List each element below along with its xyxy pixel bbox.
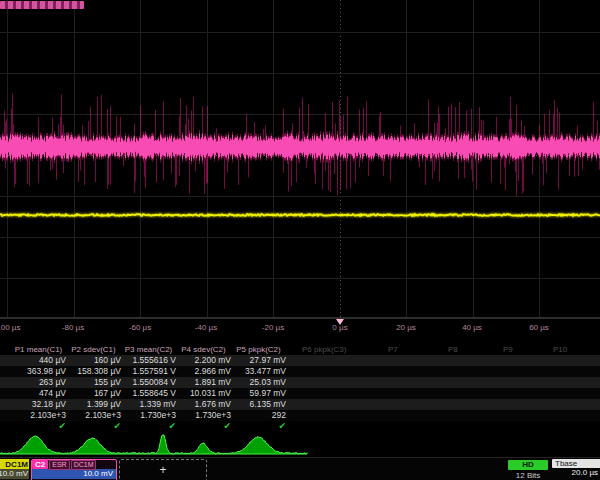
table-cell: 1.399 µV	[66, 399, 121, 410]
table-cell: 10.031 mV	[176, 388, 231, 399]
table-row-num: 2.103e+3 2.103e+3 1.730e+3 1.730e+3 292	[0, 410, 600, 421]
status-check-icon: ✔	[11, 421, 66, 432]
table-cell: 1.339 mV	[121, 399, 176, 410]
table-cell: 2.103e+3	[11, 410, 66, 421]
table-row-min: 263 µV 155 µV 1.550084 V 1.891 mV 25.03 …	[0, 377, 600, 388]
table-cell: 363.98 µV	[11, 366, 66, 377]
c2-scale-value: 10.0 mV	[32, 469, 116, 479]
axis-tick: -20 µs	[262, 323, 284, 332]
param-header-p2[interactable]: P2 sdev(C1)	[66, 344, 121, 355]
table-row-max: 474 µV 167 µV 1.558645 V 10.031 mV 59.97…	[0, 388, 600, 399]
table-cell: 1.891 mV	[176, 377, 231, 388]
param-header-p10[interactable]: P10	[553, 344, 567, 355]
c1-coupling-label: DC1M	[0, 460, 29, 469]
param-header-p9[interactable]: P9	[503, 344, 513, 355]
table-cell: 263 µV	[11, 377, 66, 388]
param-header-p8[interactable]: P8	[448, 344, 458, 355]
waveform-display[interactable]	[0, 0, 600, 318]
tbase-scale-value: 20.0 µs	[552, 468, 600, 478]
table-cell: 33.477 mV	[231, 366, 286, 377]
table-cell: 1.676 mV	[176, 399, 231, 410]
status-check-icon: ✔	[66, 421, 121, 432]
c2-esr-badge: ESR	[49, 460, 69, 470]
axis-tick: -60 µs	[129, 323, 151, 332]
table-cell: 1.730e+3	[176, 410, 231, 421]
adc-bits-label: 12 Bits	[508, 471, 548, 480]
axis-tick: -40 µs	[195, 323, 217, 332]
table-row-mean: 363.98 µV 158.308 µV 1.557591 V 2.966 mV…	[0, 366, 600, 377]
table-row-value: 440 µV 160 µV 1.555616 V 2.200 mV 27.97 …	[0, 355, 600, 366]
status-check-icon: ✔	[231, 421, 286, 432]
timebase-descriptor[interactable]: Tbase 20.0 µs	[552, 459, 600, 480]
table-cell: 1.555616 V	[121, 355, 176, 366]
descriptor-bar: DC1M 10.0 mV C2 ESR DC1M 10.0 mV + HD 12…	[0, 457, 600, 480]
param-header-p1[interactable]: P1 mean(C1)	[11, 344, 66, 355]
axis-tick: -80 µs	[62, 323, 84, 332]
channel-c2-descriptor[interactable]: C2 ESR DC1M 10.0 mV	[31, 459, 117, 480]
table-cell: 32.18 µV	[11, 399, 66, 410]
table-cell: 1.557591 V	[121, 366, 176, 377]
table-cell: 2.103e+3	[66, 410, 121, 421]
axis-tick: 60 µs	[529, 323, 549, 332]
table-cell: 25.03 mV	[231, 377, 286, 388]
measurement-table: P1 mean(C1) P2 sdev(C1) P3 mean(C2) P4 s…	[0, 344, 600, 432]
param-header-p7[interactable]: P7	[388, 344, 398, 355]
status-check-icon: ✔	[176, 421, 231, 432]
table-cell: 155 µV	[66, 377, 121, 388]
table-cell: 27.97 mV	[231, 355, 286, 366]
table-cell: 292	[231, 410, 286, 421]
param-header-p4[interactable]: P4 sdev(C2)	[176, 344, 231, 355]
table-cell: 1.558645 V	[121, 388, 176, 399]
c2-coupling-badge: DC1M	[71, 460, 97, 470]
table-cell: 474 µV	[11, 388, 66, 399]
axis-tick: 40 µs	[462, 323, 482, 332]
c2-channel-tag: C2	[32, 460, 48, 469]
hd-mode-badge[interactable]: HD	[508, 460, 548, 470]
status-check-icon: ✔	[121, 421, 176, 432]
param-header-p3[interactable]: P3 mean(C2)	[121, 344, 176, 355]
table-cell: 59.97 mV	[231, 388, 286, 399]
trace-label-badge	[0, 1, 84, 9]
table-cell: 1.730e+3	[121, 410, 176, 421]
table-cell: 6.135 mV	[231, 399, 286, 410]
axis-tick: -100 µs	[0, 323, 20, 332]
table-cell: 158.308 µV	[66, 366, 121, 377]
add-trace-button[interactable]: +	[119, 459, 207, 480]
table-cell: 1.550084 V	[121, 377, 176, 388]
time-axis: -100 µs -80 µs -60 µs -40 µs -20 µs 0 µs…	[0, 318, 600, 336]
c1-scale-value: 10.0 mV	[0, 469, 29, 479]
table-cell: 167 µV	[66, 388, 121, 399]
table-row-status: ✔ ✔ ✔ ✔ ✔	[0, 421, 600, 432]
param-header-p6[interactable]: P6 pkpk(C3)	[302, 344, 346, 355]
table-row-sdev: 32.18 µV 1.399 µV 1.339 mV 1.676 mV 6.13…	[0, 399, 600, 410]
table-cell: 2.966 mV	[176, 366, 231, 377]
trigger-position-marker-icon[interactable]	[336, 319, 344, 325]
table-cell: 440 µV	[11, 355, 66, 366]
tbase-title: Tbase	[552, 459, 600, 468]
param-header-p5[interactable]: P5 pkpk(C2)	[231, 344, 286, 355]
channel-c1-descriptor[interactable]: DC1M 10.0 mV	[0, 459, 29, 480]
axis-tick: 20 µs	[396, 323, 416, 332]
histogram-strip[interactable]	[0, 433, 600, 457]
table-cell: 2.200 mV	[176, 355, 231, 366]
table-cell: 160 µV	[66, 355, 121, 366]
oscilloscope-screen: -100 µs -80 µs -60 µs -40 µs -20 µs 0 µs…	[0, 0, 600, 480]
table-header-row: P1 mean(C1) P2 sdev(C1) P3 mean(C2) P4 s…	[0, 344, 600, 355]
